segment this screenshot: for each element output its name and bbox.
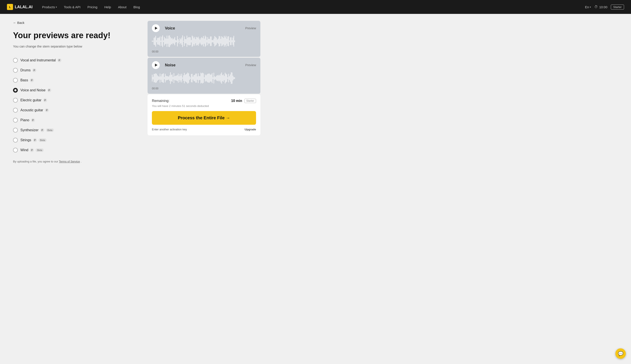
- main-content: ← Back Your previews are ready! You can …: [0, 14, 631, 364]
- voice-waveform: [152, 35, 256, 48]
- noise-waveform-card: Noise Preview 00:00: [148, 58, 260, 94]
- radio-drums: [13, 68, 18, 73]
- noise-timestamp: 00:00: [152, 87, 158, 90]
- remaining-row: Remaining: 10 min Starter: [152, 99, 256, 103]
- pro-badge: P: [30, 148, 34, 152]
- remaining-label: Remaining:: [152, 99, 170, 103]
- remaining-right: 10 min Starter: [231, 99, 256, 103]
- upgrade-link[interactable]: Upgrade: [244, 128, 256, 131]
- lang-chevron-icon: ▾: [590, 6, 591, 8]
- noise-preview-link[interactable]: Preview: [245, 63, 256, 67]
- radio-vocal-instrumental: [13, 58, 18, 63]
- logo-icon: L: [7, 4, 13, 10]
- voice-preview-link[interactable]: Preview: [245, 26, 256, 30]
- play-icon: [155, 64, 158, 66]
- option-acoustic-guitar[interactable]: Acoustic guitar P: [13, 106, 139, 115]
- beta-badge: Beta: [46, 128, 54, 132]
- noise-track-name: Noise: [165, 63, 176, 68]
- beta-badge: Beta: [38, 138, 47, 142]
- pro-badge: P: [58, 58, 62, 62]
- left-panel: ← Back Your previews are ready! You can …: [13, 21, 139, 357]
- voice-waveform-card: Voice Preview 00:00: [148, 21, 260, 57]
- pro-badge: P: [47, 88, 51, 92]
- nav-links: Products ▾ Tools & API Pricing Help Abou…: [40, 4, 578, 11]
- option-synthesizer[interactable]: Synthesizer P Beta: [13, 126, 139, 135]
- language-selector[interactable]: En ▾: [585, 5, 591, 9]
- nav-pricing[interactable]: Pricing: [85, 4, 100, 11]
- navbar: L LALAL.AI Products ▾ Tools & API Pricin…: [0, 0, 631, 14]
- nav-right: En ▾ ⏱ 10:00 Starter: [585, 4, 624, 10]
- deduct-note: You will have 2 minutes 51 seconds deduc…: [152, 104, 256, 108]
- voice-track-name: Voice: [165, 26, 175, 30]
- option-voice-noise[interactable]: Voice and Noise P: [13, 86, 139, 95]
- page-title: Your previews are ready!: [13, 30, 139, 40]
- chevron-down-icon: ▾: [56, 6, 57, 8]
- bottom-card: Remaining: 10 min Starter You will have …: [148, 94, 260, 135]
- option-strings[interactable]: Strings P Beta: [13, 136, 139, 145]
- radio-wind: [13, 148, 18, 152]
- nav-help[interactable]: Help: [102, 4, 114, 11]
- noise-header: Noise Preview: [152, 61, 256, 69]
- nav-blog[interactable]: Blog: [131, 4, 142, 11]
- pro-badge: P: [45, 108, 49, 112]
- nav-products[interactable]: Products ▾: [40, 4, 60, 11]
- chat-icon: 💬: [618, 351, 624, 356]
- clock-icon: ⏱: [594, 5, 598, 9]
- right-panel: Voice Preview 00:00 Noise Preview 00:00: [148, 21, 260, 357]
- remaining-time: 10 min: [231, 99, 242, 103]
- voice-header: Voice Preview: [152, 24, 256, 32]
- plan-badge: Starter: [611, 4, 624, 10]
- option-wind[interactable]: Wind P Beta: [13, 146, 139, 155]
- play-icon: [155, 27, 158, 30]
- process-button[interactable]: Process the Entire File →: [152, 111, 256, 125]
- radio-strings: [13, 138, 18, 142]
- option-bass[interactable]: Bass P: [13, 76, 139, 85]
- option-electric-guitar[interactable]: Electric guitar P: [13, 96, 139, 105]
- pro-badge: P: [33, 138, 37, 142]
- option-drums[interactable]: Drums P: [13, 66, 139, 75]
- logo-text: LALAL.AI: [15, 5, 32, 9]
- logo[interactable]: L LALAL.AI: [7, 4, 32, 10]
- noise-play-button[interactable]: [152, 61, 160, 69]
- tos-link[interactable]: Terms of Service: [59, 160, 80, 163]
- radio-voice-noise: [13, 88, 18, 93]
- pro-badge: P: [31, 118, 35, 122]
- separation-options: Vocal and Instrumental P Drums P Bass P: [13, 56, 139, 155]
- tos-note: By uploading a file, you agree to our Te…: [13, 160, 139, 163]
- radio-dot: [14, 89, 16, 91]
- pro-badge: P: [43, 98, 47, 102]
- beta-badge: Beta: [36, 148, 44, 152]
- pro-badge: P: [30, 78, 34, 82]
- option-piano[interactable]: Piano P: [13, 116, 139, 125]
- noise-waveform: [152, 72, 256, 84]
- nav-about[interactable]: About: [116, 4, 129, 11]
- radio-electric-guitar: [13, 98, 18, 102]
- pro-badge: P: [40, 128, 44, 132]
- chat-button[interactable]: 💬: [616, 348, 626, 359]
- bottom-links: Enter another activation key Upgrade: [152, 128, 256, 131]
- radio-acoustic-guitar: [13, 108, 18, 112]
- page-subtitle: You can change the stem separation type …: [13, 44, 139, 49]
- radio-synthesizer: [13, 128, 18, 132]
- back-button[interactable]: ← Back: [13, 21, 139, 24]
- timer-display: ⏱ 10:00: [594, 5, 607, 9]
- voice-play-button[interactable]: [152, 24, 160, 32]
- voice-timestamp: 00:00: [152, 50, 158, 53]
- nav-tools[interactable]: Tools & API: [61, 4, 83, 11]
- option-vocal-instrumental[interactable]: Vocal and Instrumental P: [13, 56, 139, 65]
- activation-key-link[interactable]: Enter another activation key: [152, 128, 187, 131]
- pro-badge: P: [32, 68, 36, 72]
- radio-bass: [13, 78, 18, 83]
- radio-piano: [13, 118, 18, 122]
- remaining-plan-badge: Starter: [244, 99, 256, 103]
